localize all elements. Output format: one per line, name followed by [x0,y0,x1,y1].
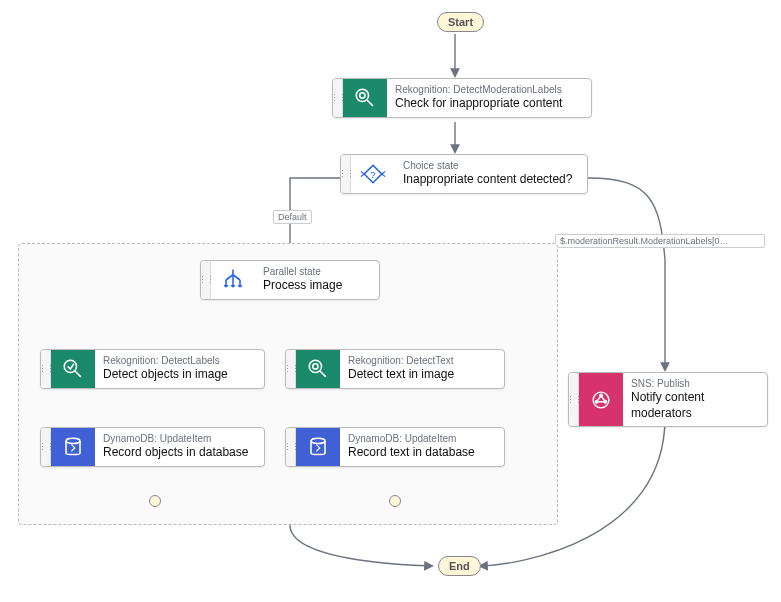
service-label: Rekognition: DetectLabels [103,355,228,367]
action-label: Notify content moderators [631,390,757,421]
service-label: DynamoDB: UpdateItem [103,433,248,445]
action-label: Detect text in image [348,367,454,383]
svg-point-6 [309,360,321,372]
action-label: Inappropriate content detected? [403,172,572,188]
choice-icon: ? [351,155,395,193]
action-label: Record text in database [348,445,475,461]
drag-handle[interactable]: ⋮⋮ [201,261,211,299]
node-detect-objects[interactable]: ⋮⋮ Rekognition: DetectLabels Detect obje… [40,349,265,389]
rekognition-icon [296,350,340,388]
drag-handle[interactable]: ⋮⋮ [286,350,296,388]
node-detect-text[interactable]: ⋮⋮ Rekognition: DetectText Detect text i… [285,349,505,389]
svg-point-9 [66,438,80,443]
action-label: Check for inappropriate content [395,96,562,112]
action-label: Detect objects in image [103,367,228,383]
rekognition-icon [343,79,387,117]
branch-end [389,495,401,507]
service-label: DynamoDB: UpdateItem [348,433,475,445]
sns-icon [579,373,623,426]
svg-text:?: ? [370,168,375,179]
node-record-objects[interactable]: ⋮⋮ DynamoDB: UpdateItem Record objects i… [40,427,265,467]
svg-point-8 [313,364,318,369]
edge-label-default: Default [273,210,312,224]
svg-line-5 [75,371,81,377]
service-label: Choice state [403,160,572,172]
service-label: Parallel state [263,266,342,278]
branch-end [149,495,161,507]
svg-point-2 [360,93,365,98]
drag-handle[interactable]: ⋮⋮ [333,79,343,117]
node-notify-moderators[interactable]: ⋮⋮ SNS: Publish Notify content moderator… [568,372,768,427]
dynamodb-icon [296,428,340,466]
action-label: Record objects in database [103,445,248,461]
svg-point-10 [311,438,325,443]
drag-handle[interactable]: ⋮⋮ [41,350,51,388]
node-record-text[interactable]: ⋮⋮ DynamoDB: UpdateItem Record text in d… [285,427,505,467]
drag-handle[interactable]: ⋮⋮ [41,428,51,466]
drag-handle[interactable]: ⋮⋮ [341,155,351,193]
start-node: Start [437,12,484,32]
node-choice[interactable]: ⋮⋮ ? Choice state Inappropriate content … [340,154,588,194]
start-label: Start [448,16,473,28]
rekognition-icon [51,350,95,388]
service-label: SNS: Publish [631,378,757,390]
edge-label-condition: $.moderationResult.ModerationLabels[0… [555,234,765,248]
svg-line-1 [367,100,373,106]
drag-handle[interactable]: ⋮⋮ [569,373,579,426]
svg-line-7 [320,371,326,377]
parallel-icon [211,261,255,299]
end-label: End [449,560,470,572]
svg-point-4 [64,360,76,372]
svg-point-0 [356,89,368,101]
dynamodb-icon [51,428,95,466]
service-label: Rekognition: DetectModerationLabels [395,84,562,96]
service-label: Rekognition: DetectText [348,355,454,367]
action-label: Process image [263,278,342,294]
drag-handle[interactable]: ⋮⋮ [286,428,296,466]
node-parallel[interactable]: ⋮⋮ Parallel state Process image [200,260,380,300]
end-node: End [438,556,481,576]
node-check-content[interactable]: ⋮⋮ Rekognition: DetectModerationLabels C… [332,78,592,118]
